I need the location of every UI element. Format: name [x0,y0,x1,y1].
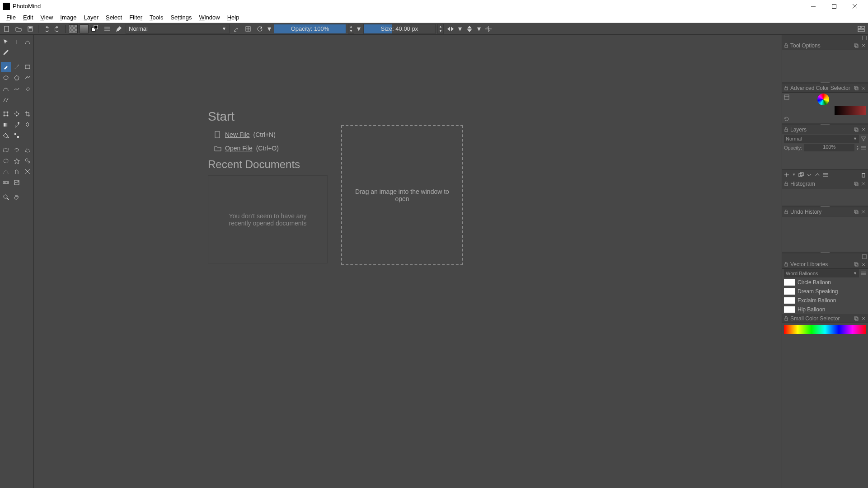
color-history-icon[interactable] [784,116,789,122]
float-docker-icon[interactable] [854,43,859,48]
menu-select[interactable]: Select [102,13,126,22]
chevron-down-icon[interactable]: ▾ [267,24,272,34]
float-docker-icon[interactable] [854,85,859,91]
advanced-color-body[interactable] [782,93,868,123]
panel-resize-handle[interactable] [782,82,868,84]
measure-tool[interactable] [1,178,11,188]
undo-history-header[interactable]: Undo History [782,207,868,216]
menu-layer[interactable]: Layer [80,13,102,22]
workspace-chooser-icon[interactable] [856,24,866,34]
menu-edit[interactable]: Edit [19,13,37,22]
text-tool[interactable]: T [12,37,22,47]
panel-resize-handle[interactable] [782,206,868,207]
dynamic-brush-tool[interactable] [23,84,33,94]
opacity-slider[interactable]: Opacity: 100% [274,24,346,34]
mirror-vertical-icon[interactable] [464,24,474,34]
move-tool[interactable] [1,37,11,47]
menu-view[interactable]: View [37,13,56,22]
polyline-tool[interactable] [23,73,33,83]
menu-settings[interactable]: Settings [167,13,195,22]
fill-tool[interactable] [1,131,11,141]
vector-item[interactable]: Exclaim Balloon [782,296,868,305]
close-docker-icon[interactable] [861,85,866,91]
vector-libraries-header[interactable]: Vector Libraries [782,260,868,269]
chevron-down-icon[interactable]: ▼ [792,173,796,177]
move-layer-up-icon[interactable] [815,172,820,178]
similar-select-tool[interactable] [23,156,33,166]
menu-window[interactable]: Window [195,13,223,22]
brush-preset-icon[interactable] [102,24,112,34]
vector-item[interactable]: Dream Speaking [782,287,868,296]
alpha-lock-icon[interactable] [243,24,253,34]
layer-blend-select[interactable]: Normal ▼ [784,135,859,143]
size-spinner[interactable]: ▲▼ [437,24,444,34]
float-docker-icon[interactable] [854,209,859,215]
close-docker-icon[interactable] [861,181,866,187]
transform-tool[interactable] [1,109,11,119]
filter-layers-icon[interactable] [861,136,866,141]
small-color-header[interactable]: Small Color Selector [782,314,868,323]
color-settings-icon[interactable] [784,94,789,100]
vector-library-select[interactable]: Word Balloons ▼ [784,269,859,277]
window-minimize-button[interactable] [803,0,824,12]
save-file-icon[interactable] [25,24,35,34]
chevron-down-icon[interactable]: ▾ [476,24,482,34]
layer-menu-icon[interactable] [861,145,866,150]
pattern-fill-tool[interactable] [12,131,22,141]
edit-shapes-tool[interactable] [23,37,33,47]
hue-strip[interactable] [784,325,866,334]
menu-tools[interactable]: Tools [146,13,167,22]
close-docker-icon[interactable] [861,43,866,48]
open-file-link[interactable]: Open File [225,145,253,152]
move-layer-tool[interactable] [12,109,22,119]
multibrush-tool[interactable] [1,94,11,104]
gradient-tool[interactable] [1,120,11,130]
pan-tool[interactable] [12,192,22,202]
polygon-tool[interactable] [12,73,22,83]
histogram-header[interactable]: Histogram [782,179,868,188]
float-docker-icon[interactable] [854,316,859,321]
list-menu-icon[interactable] [861,271,866,276]
chevron-down-icon[interactable]: ▾ [457,24,463,34]
rectangle-tool[interactable] [23,62,33,72]
drop-target[interactable]: Drag an image into the window to open [341,125,463,265]
blend-mode-select[interactable]: Normal ▼ [126,24,230,34]
close-docker-icon[interactable] [861,209,866,215]
window-close-button[interactable] [845,0,865,12]
gradient-swatch[interactable] [80,24,89,33]
line-tool[interactable] [12,62,22,72]
color-picker-tool[interactable] [12,120,22,130]
menu-help[interactable]: Help [224,13,243,22]
freehand-path-tool[interactable] [12,84,22,94]
smart-patch-tool[interactable] [23,120,33,130]
layers-header[interactable]: Layers [782,125,868,134]
undo-icon[interactable] [41,24,51,34]
layer-properties-icon[interactable] [823,172,828,178]
float-docker-icon[interactable] [854,127,859,132]
ellipse-tool[interactable] [1,73,11,83]
opacity-spinner[interactable]: ▲▼ [348,24,354,34]
menu-file[interactable]: File [3,13,19,22]
vector-item[interactable]: Hip Balloon [782,305,868,314]
menu-image[interactable]: Image [56,13,80,22]
lasso-tool[interactable] [12,145,22,155]
color-shade-strip[interactable] [835,106,866,115]
menu-filter[interactable]: Filter [126,13,146,22]
panel-resize-handle[interactable] [782,252,868,253]
tool-options-header[interactable]: Tool Options [782,41,868,50]
reference-tool[interactable] [12,178,22,188]
docker-toggle-icon[interactable] [862,36,867,40]
brush-edit-icon[interactable] [114,24,124,34]
calligraphy-tool[interactable] [1,47,11,57]
close-docker-icon[interactable] [861,316,866,321]
magnetic-select-tool[interactable] [12,167,22,177]
vector-item[interactable]: Circle Balloon [782,278,868,287]
float-docker-icon[interactable] [854,262,859,267]
close-docker-icon[interactable] [861,262,866,267]
wrap-around-icon[interactable] [483,24,493,34]
delete-layer-icon[interactable] [861,172,866,178]
duplicate-layer-icon[interactable] [798,172,804,178]
polygonal-select-tool[interactable] [23,145,33,155]
redo-icon[interactable] [53,24,63,34]
contiguous-select-tool[interactable] [12,156,22,166]
